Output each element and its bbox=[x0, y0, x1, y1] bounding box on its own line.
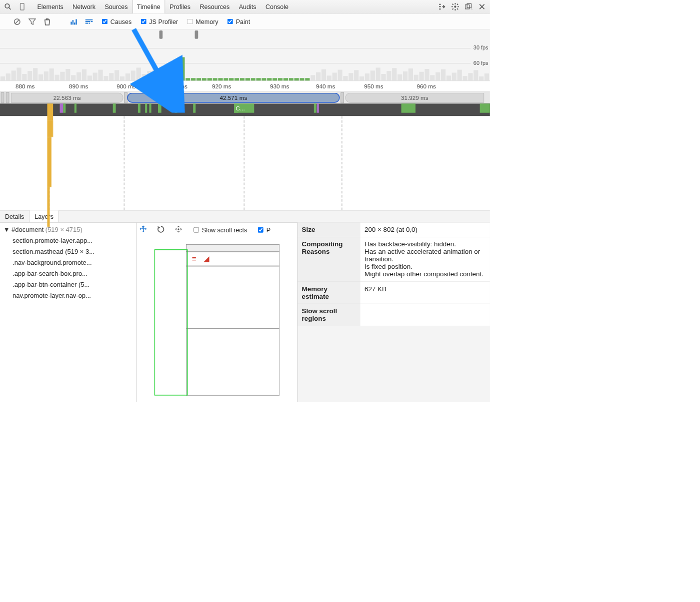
flame-event[interactable] bbox=[402, 103, 416, 112]
flame-event[interactable] bbox=[74, 103, 76, 112]
layerbox[interactable] bbox=[186, 252, 280, 266]
garbage-collect-icon[interactable] bbox=[44, 18, 51, 25]
flame-mode-icon[interactable] bbox=[86, 18, 93, 25]
prop-row-slow-scroll: Slow scroll regions bbox=[298, 304, 490, 326]
drawer-toggle-icon[interactable] bbox=[438, 3, 446, 10]
svg-rect-20 bbox=[86, 19, 93, 20]
layer-tree-item[interactable]: .app-bar-search-box.pro... bbox=[12, 268, 133, 279]
paint-checkbox[interactable]: Paint bbox=[226, 17, 250, 25]
layer-properties: Size 200 × 802 (at 0,0) Compositing Reas… bbox=[298, 223, 490, 402]
flame-event[interactable] bbox=[193, 103, 196, 112]
svg-rect-16 bbox=[70, 21, 72, 24]
dock-icon[interactable] bbox=[465, 3, 472, 10]
slow-scroll-rects-checkbox[interactable]: Slow scroll rects bbox=[192, 226, 248, 234]
ruler-tick: 920 ms bbox=[212, 83, 231, 89]
flame-scripting-block[interactable] bbox=[47, 137, 51, 187]
jsprofiler-checkbox[interactable]: JS Profiler bbox=[139, 17, 178, 25]
panel-tab-profiles[interactable]: Profiles bbox=[165, 0, 195, 13]
layer-tree-item[interactable]: .nav-background.promote... bbox=[12, 257, 133, 268]
layer-tree-root[interactable]: ▼ #document (519 × 4715) bbox=[4, 224, 133, 235]
svg-point-25 bbox=[178, 228, 179, 230]
search-icon[interactable] bbox=[4, 3, 12, 10]
layer-extra-checkbox[interactable]: P bbox=[256, 226, 270, 234]
memory-checkbox[interactable]: Memory bbox=[186, 17, 218, 25]
panel-tab-console[interactable]: Console bbox=[261, 0, 293, 13]
tab-layers[interactable]: Layers bbox=[30, 210, 59, 222]
panel-tab-resources[interactable]: Resources bbox=[195, 0, 234, 13]
frame-pill[interactable]: 31.929 ms bbox=[346, 93, 484, 103]
ruler-tick: 950 ms bbox=[364, 83, 383, 89]
causes-checkbox[interactable]: Causes bbox=[100, 17, 132, 25]
settings-gear-icon[interactable] bbox=[452, 3, 459, 10]
paint-label: Paint bbox=[236, 18, 250, 25]
ruler-tick: 960 ms bbox=[417, 83, 436, 89]
selected-layer-outline[interactable] bbox=[154, 249, 188, 396]
flame-event[interactable] bbox=[113, 103, 116, 112]
flame-event[interactable] bbox=[60, 103, 64, 112]
prop-row-memory: Memory estimate 627 KB bbox=[298, 282, 490, 304]
flame-event[interactable] bbox=[149, 103, 151, 112]
barchart-mode-icon[interactable] bbox=[70, 18, 78, 25]
memory-label: Memory bbox=[196, 18, 218, 25]
svg-rect-21 bbox=[86, 21, 90, 22]
layerbox[interactable] bbox=[186, 244, 280, 252]
panel-tab-timeline[interactable]: Timeline bbox=[132, 0, 165, 13]
devtools-top-bar: ElementsNetworkSourcesTimelineProfilesRe… bbox=[0, 0, 490, 14]
svg-rect-22 bbox=[90, 21, 92, 22]
frame-pill-handle[interactable] bbox=[6, 92, 10, 103]
svg-rect-18 bbox=[74, 22, 76, 24]
layerbox[interactable] bbox=[186, 329, 280, 396]
ruler-tick: 930 ms bbox=[270, 83, 289, 89]
panel-tab-sources[interactable]: Sources bbox=[100, 0, 132, 13]
tab-details[interactable]: Details bbox=[0, 210, 30, 222]
flame-event[interactable] bbox=[174, 103, 177, 112]
flame-chart[interactable]: C... bbox=[0, 116, 490, 210]
flame-scripting-block[interactable] bbox=[47, 187, 50, 227]
overview-range-handle-right[interactable] bbox=[195, 30, 198, 39]
layer-tree-item[interactable]: section.promote-layer.app... bbox=[12, 235, 133, 246]
frame-pill-handle[interactable] bbox=[1, 92, 4, 103]
flame-scripting-block[interactable] bbox=[47, 103, 53, 120]
reset-view-icon[interactable] bbox=[174, 225, 183, 235]
panel-tab-elements[interactable]: Elements bbox=[32, 0, 68, 13]
clear-button[interactable] bbox=[14, 18, 21, 25]
ruler-tick: 890 ms bbox=[69, 83, 88, 89]
layer-tree-item[interactable]: section.masthead (519 × 3... bbox=[12, 246, 133, 257]
flame-event[interactable] bbox=[317, 103, 319, 112]
layer-tree-item[interactable]: nav.promote-layer.nav-op... bbox=[12, 290, 133, 301]
hamburger-icon: ≡ bbox=[192, 254, 196, 263]
ruler-tick: 880 ms bbox=[16, 83, 34, 89]
close-icon[interactable] bbox=[478, 3, 486, 10]
pan-mode-icon[interactable] bbox=[139, 225, 148, 235]
device-icon[interactable] bbox=[18, 3, 26, 10]
svg-rect-19 bbox=[76, 19, 77, 24]
overview-range-handle-left[interactable] bbox=[160, 30, 163, 39]
ruler-tick: ms bbox=[180, 83, 188, 89]
flame-event-label[interactable]: C... bbox=[234, 103, 254, 112]
fps-overview[interactable]: 30 fps 60 fps bbox=[0, 29, 490, 81]
flame-scripting-block[interactable] bbox=[47, 120, 53, 137]
frame-pill[interactable]: 22.563 ms bbox=[11, 93, 124, 103]
layer-3d-viewer[interactable]: Slow scroll rects P ≡ ◢ bbox=[136, 223, 298, 402]
panel-tab-network[interactable]: Network bbox=[68, 0, 100, 13]
layer-tree-item[interactable]: .app-bar-btn-container (5... bbox=[12, 279, 133, 290]
svg-line-11 bbox=[452, 8, 454, 9]
flame-event[interactable] bbox=[314, 103, 316, 112]
panel-tab-audits[interactable]: Audits bbox=[234, 0, 261, 13]
flame-event[interactable] bbox=[480, 103, 490, 112]
frame-strip[interactable]: 22.563 ms42.571 ms31.929 ms bbox=[0, 92, 490, 103]
filter-icon[interactable] bbox=[28, 18, 36, 25]
timeline-toolbar: Causes JS Profiler Memory Paint bbox=[0, 14, 490, 30]
rotate-mode-icon[interactable] bbox=[157, 225, 166, 235]
svg-line-1 bbox=[9, 7, 11, 9]
layerbox[interactable] bbox=[186, 266, 280, 329]
flame-event[interactable] bbox=[138, 103, 140, 112]
bottom-tabs: Details Layers bbox=[0, 210, 490, 223]
flame-event[interactable] bbox=[158, 103, 162, 112]
frame-pill-handle[interactable] bbox=[340, 92, 344, 103]
layer-tree[interactable]: ▼ #document (519 × 4715) section.promote… bbox=[0, 223, 136, 402]
svg-point-0 bbox=[5, 4, 9, 8]
frame-pill[interactable]: 42.571 ms bbox=[127, 93, 340, 103]
flame-event[interactable] bbox=[63, 103, 66, 112]
flame-event[interactable] bbox=[145, 103, 147, 112]
